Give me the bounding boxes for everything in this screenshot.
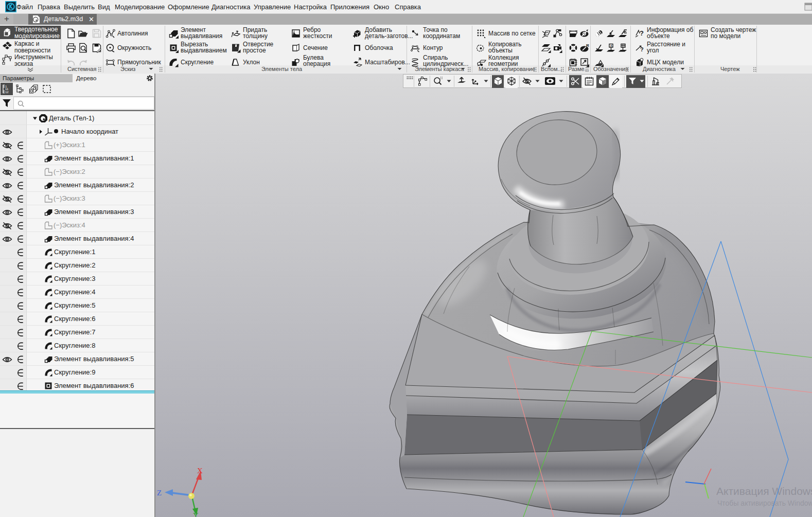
svg-text:Y: Y	[193, 511, 199, 517]
svg-text:X: X	[197, 467, 203, 475]
svg-text:?: ?	[640, 46, 644, 52]
svg-text:A: A	[610, 44, 612, 47]
svg-text:?: ?	[640, 29, 644, 37]
svg-text:R: R	[586, 43, 589, 48]
svg-text:12: 12	[5, 91, 9, 94]
svg-text:Z: Z	[157, 489, 162, 497]
